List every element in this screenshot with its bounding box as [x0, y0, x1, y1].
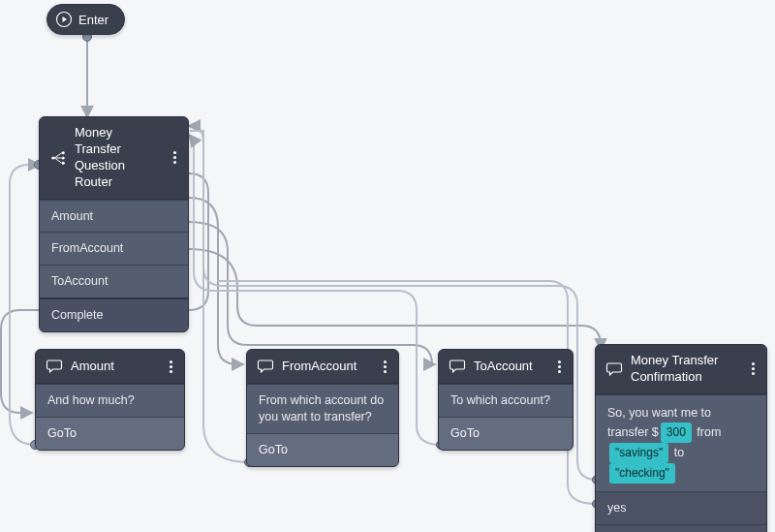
fromaccount-body: From which account do you want to transf…: [247, 384, 398, 433]
toaccount-header[interactable]: ToAccount: [439, 350, 573, 384]
fromaccount-title: FromAccount: [282, 359, 371, 375]
fromaccount-header[interactable]: FromAccount: [247, 350, 398, 384]
fromaccount-goto[interactable]: GoTo: [247, 433, 398, 466]
enter-node[interactable]: Enter: [46, 4, 125, 35]
enter-label: Enter: [78, 13, 108, 27]
amount-title: Amount: [71, 359, 157, 375]
router-header[interactable]: Money Transfer Question Router: [40, 117, 188, 200]
fromaccount-node[interactable]: FromAccount From which account do you wa…: [246, 349, 399, 467]
router-node[interactable]: Money Transfer Question Router Amount Fr…: [39, 116, 189, 332]
router-row-fromaccount[interactable]: FromAccount: [40, 232, 188, 265]
chip-from: "savings": [609, 443, 668, 463]
confirmation-header[interactable]: Money Transfer Confirmation: [596, 345, 766, 394]
toaccount-title: ToAccount: [474, 359, 545, 375]
chip-amount: 300: [661, 422, 692, 443]
amount-header[interactable]: Amount: [36, 350, 184, 384]
svg-point-9: [62, 151, 65, 154]
menu-icon[interactable]: [165, 360, 176, 373]
chat-icon: [449, 358, 466, 375]
amount-body: And how much?: [36, 384, 184, 417]
toaccount-goto[interactable]: GoTo: [439, 417, 573, 450]
router-row-toaccount[interactable]: ToAccount: [40, 265, 188, 297]
play-circle-icon: [55, 11, 73, 28]
chat-icon: [605, 360, 623, 378]
confirmation-row-no[interactable]: no: [596, 524, 766, 532]
confirmation-row-yes[interactable]: yes: [596, 491, 766, 524]
router-title: Money Transfer Question Router: [75, 125, 161, 191]
confirmation-title: Money Transfer Confirmation: [631, 353, 739, 386]
router-row-amount[interactable]: Amount: [40, 200, 188, 233]
amount-node[interactable]: Amount And how much? GoTo: [35, 349, 185, 451]
router-row-complete[interactable]: Complete: [40, 297, 188, 331]
toaccount-body: To which account?: [439, 384, 573, 417]
toaccount-node[interactable]: ToAccount To which account? GoTo: [438, 349, 574, 451]
svg-point-10: [62, 156, 65, 159]
menu-icon[interactable]: [747, 362, 759, 375]
confirmation-node[interactable]: Money Transfer Confirmation So, you want…: [595, 344, 767, 532]
menu-icon[interactable]: [169, 151, 180, 164]
confirmation-body: So, you want me to transfer $300 from "s…: [596, 394, 766, 492]
svg-point-8: [51, 156, 54, 159]
chat-icon: [257, 358, 274, 375]
branch-icon: [49, 149, 67, 167]
chat-icon: [46, 358, 63, 375]
amount-goto[interactable]: GoTo: [36, 417, 184, 450]
chip-to: "checking": [609, 463, 675, 484]
menu-icon[interactable]: [379, 360, 390, 373]
menu-icon[interactable]: [553, 360, 565, 373]
svg-point-11: [62, 162, 65, 165]
